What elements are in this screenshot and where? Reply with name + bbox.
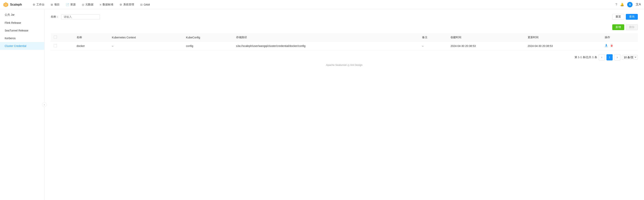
col-k8s-context: Kubernetes Context [109,33,183,42]
data-table: 名称 Kubernetes Context KubeConfig 存储路径 备注… [51,33,638,50]
metadata-icon: ◎ [82,3,84,6]
sidebar-item-cluster-credential[interactable]: Cluster Credential [0,42,44,50]
pagination: 第 1-1 条/总共 1 条 ‹ 1 › 10 条/页 20 条/页 50 条/… [51,54,638,60]
row-checkbox-cell [51,42,74,50]
row-create-time: 2024-04-30 20:38:53 [448,42,524,50]
col-update-time: 更新时间 [524,33,602,42]
language-button[interactable]: 文A [636,2,641,6]
main-content: 名称： 重置 查询 新增 删除 名称 Kubernetes Context Ku… [44,9,644,200]
oam-icon: ⊟ [140,3,142,6]
query-button[interactable]: 查询 [626,14,638,20]
footer-text2: Ant Design [350,64,363,66]
table-row: docker – config s3a://scaleph/user/wangq… [51,42,638,50]
col-create-time: 创建时间 [448,33,524,42]
col-remark: 备注 [419,33,448,42]
notification-button[interactable]: 🔔 [620,3,624,6]
row-actions-cell [602,42,638,50]
action-row: 新增 删除 [51,24,638,30]
header-right: ? 🔔 S 文A [615,2,641,7]
filter-name-input[interactable] [61,14,100,19]
logo[interactable]: Scaleph [3,2,22,7]
sidebar-item-seatunnel-release[interactable]: SeaTunnel Release [0,27,44,34]
sidebar-item-public-jar[interactable]: 公共 Jar [0,11,44,19]
pagination-next[interactable]: › [614,54,620,60]
header-checkbox[interactable] [54,35,57,39]
nav-system[interactable]: ⚙ 系统管理 [116,0,137,9]
col-checkbox [51,33,74,42]
nav-oam[interactable]: ⊟ OAM [137,0,153,9]
pagination-info: 第 1-1 条/总共 1 条 [574,56,597,59]
row-update-time: 2024-04-30 20:38:53 [524,42,602,50]
svg-rect-2 [605,47,608,47]
sidebar: 公共 Jar Flink Release SeaTunnel Release K… [0,9,44,200]
main-nav: ⚙ 工作台 ⊞ 项目 📄 资源 ◎ 元数据 ≡ 数据标准 ⚙ 系统管理 ⊟ OA… [30,0,615,9]
logo-icon [3,2,8,7]
footer-text1: Apache Seatunnel [326,64,346,66]
help-button[interactable]: ? [615,3,617,6]
layout: 公共 Jar Flink Release SeaTunnel Release K… [0,9,644,200]
add-button[interactable]: 新增 [612,24,624,30]
row-storage-path: s3a://scaleph/user/wangqi/cluster/creden… [233,42,419,50]
row-remark: – [419,42,448,50]
workbench-icon: ⚙ [33,3,35,6]
nav-project[interactable]: ⊞ 项目 [48,0,63,9]
data-standard-icon: ≡ [100,3,101,6]
row-kubeconfig: config [183,42,233,50]
col-name: 名称 [74,33,109,42]
resource-icon: 📄 [66,3,69,6]
filter-left: 名称： [51,14,100,19]
nav-resource[interactable]: 📄 资源 [63,0,79,9]
page-size-select[interactable]: 10 条/页 20 条/页 50 条/页 [622,55,638,60]
nav-metadata[interactable]: ◎ 元数据 [79,0,96,9]
nav-workbench[interactable]: ⚙ 工作台 [30,0,48,9]
project-icon: ⊞ [51,3,53,6]
col-kubeconfig: KubeConfig [183,33,233,42]
filter-right: 重置 查询 [612,14,638,20]
table-header-row: 名称 Kubernetes Context KubeConfig 存储路径 备注… [51,33,638,42]
table-body: docker – config s3a://scaleph/user/wangq… [51,42,638,50]
row-name: docker [74,42,109,50]
filter-row: 名称： 重置 查询 [51,14,638,20]
sidebar-item-kerberos[interactable]: Kerberos [0,34,44,42]
reset-button[interactable]: 重置 [612,14,624,20]
nav-data-standard[interactable]: ≡ 数据标准 [96,0,116,9]
app-name: Scaleph [10,3,22,6]
row-actions [605,44,635,48]
delete-button: 删除 [626,24,638,30]
github-icon: ⊙ [347,64,350,67]
col-storage-path: 存储路径 [233,33,419,42]
row-k8s-context: – [109,42,183,50]
header: Scaleph ⚙ 工作台 ⊞ 项目 📄 资源 ◎ 元数据 ≡ 数据标准 ⚙ 系… [0,0,644,9]
pagination-prev[interactable]: ‹ [599,54,605,60]
sidebar-collapse-button[interactable]: ‹ [42,102,47,107]
row-checkbox[interactable] [54,44,57,47]
footer: Apache Seatunnel ⊙ Ant Design [51,60,638,70]
avatar[interactable]: S [627,2,632,7]
system-icon: ⚙ [120,3,122,6]
col-actions: 操作 [602,33,638,42]
filter-name-label: 名称： [51,15,59,18]
download-button[interactable] [605,44,608,48]
table-header: 名称 Kubernetes Context KubeConfig 存储路径 备注… [51,33,638,42]
pagination-page-1[interactable]: 1 [606,54,613,60]
delete-row-button[interactable] [610,44,613,48]
sidebar-item-flink-release[interactable]: Flink Release [0,19,44,27]
